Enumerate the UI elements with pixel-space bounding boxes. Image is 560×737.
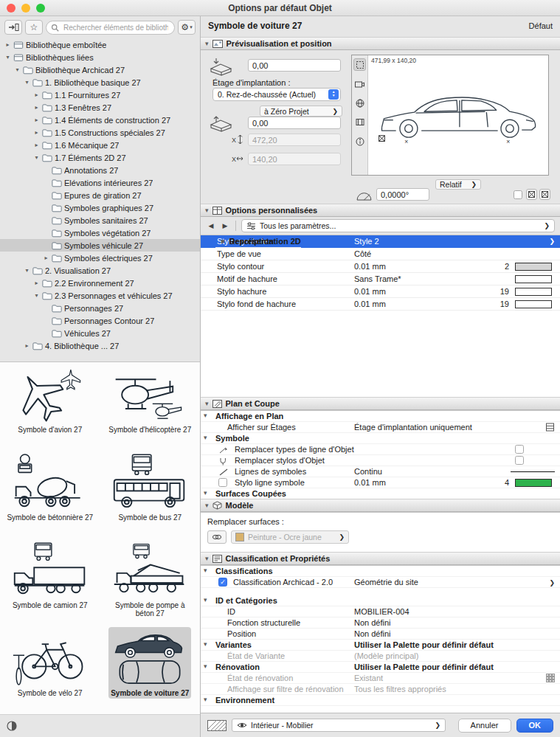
parameter-row[interactable]: Motif de hachureSans Trame* — [201, 273, 560, 286]
tree-item[interactable]: ▸4. Bibliothèque ... 27 — [0, 339, 200, 352]
preview-film-button[interactable] — [353, 116, 366, 128]
next-parameter-button[interactable]: ▶ — [220, 222, 230, 229]
disclosure-closed-icon[interactable]: ▸ — [33, 142, 40, 148]
property-row[interactable]: ▾Classifications — [201, 566, 560, 577]
disclosure-triangle-icon[interactable]: ▾ — [204, 490, 207, 496]
link-surfaces-button[interactable] — [207, 530, 227, 544]
tree-item[interactable]: ▸1.1 Fournitures 27 — [0, 89, 200, 101]
parameter-group-row[interactable]: ▸Description — [215, 235, 274, 248]
tree-item[interactable]: ▾Bibliothèques liées — [0, 51, 200, 63]
disclosure-closed-icon[interactable]: ▸ — [4, 41, 11, 48]
library-info-icon[interactable] — [7, 721, 17, 731]
tree-item[interactable]: Symboles graphiques 27 — [0, 201, 200, 214]
section-model-header[interactable]: ▾ Modèle — [201, 499, 560, 512]
cancel-button[interactable]: Annuler — [458, 719, 511, 733]
library-item[interactable]: Symbole de bus 27 — [100, 450, 201, 538]
property-row[interactable]: ▾Environnement — [201, 695, 560, 706]
library-item[interactable]: Symbole d'avion 27 — [0, 362, 100, 450]
library-item[interactable]: Symbole de bétonnière 27 — [0, 450, 100, 538]
override-checkbox[interactable] — [515, 445, 524, 454]
library-view-button[interactable] — [4, 20, 22, 35]
plan-row[interactable]: Remplacer stylos d'Objet — [201, 455, 560, 466]
tree-item[interactable]: ▾1. Bibliothèque basique 27 — [0, 76, 200, 89]
relative-button[interactable]: Relatif❯ — [435, 179, 481, 190]
tree-item[interactable]: ▸2.2 Environnement 27 — [0, 277, 200, 289]
parameter-row[interactable]: Stylo fond de hachure0.01 mm19 — [201, 298, 560, 311]
property-row[interactable]: ✓Classification Archicad - 2.0Géométrie … — [201, 577, 560, 588]
property-row[interactable]: IDMOBILIER-004 — [201, 606, 560, 617]
disclosure-closed-icon[interactable]: ▸ — [33, 91, 40, 98]
disclosure-triangle-icon[interactable]: ▾ — [204, 696, 207, 703]
disclosure-open-icon[interactable]: ▾ — [14, 66, 21, 73]
search-field[interactable] — [46, 21, 175, 35]
disclosure-open-icon[interactable]: ▾ — [33, 154, 40, 161]
library-item[interactable]: Symbole d'hélicoptère 27 — [100, 362, 201, 450]
tree-item[interactable]: ▸1.3 Fenêtres 27 — [0, 101, 200, 114]
elevation-input[interactable]: 0,00 — [248, 59, 341, 72]
disclosure-closed-icon[interactable]: ▸ — [33, 129, 40, 136]
offset-input[interactable]: 0,00 — [248, 117, 341, 129]
disclosure-triangle-icon[interactable]: ▾ — [204, 412, 207, 419]
disclosure-closed-icon[interactable]: ▸ — [33, 280, 40, 286]
plan-row[interactable]: Stylo ligne symbole0.01 mm4 — [201, 477, 560, 488]
favorites-button[interactable]: ☆ — [25, 20, 43, 35]
library-item[interactable]: Symbole de pompe à béton 27 — [100, 538, 201, 626]
disclosure-open-icon[interactable]: ▾ — [24, 79, 30, 86]
surface-select[interactable]: Peinture - Ocre jaune ❯ — [231, 530, 349, 544]
plan-row[interactable]: Remplacer types de ligne d'Objet — [201, 444, 560, 455]
pen-color-swatch[interactable] — [515, 263, 552, 271]
pen-color-swatch[interactable] — [515, 288, 552, 296]
plan-row[interactable]: ▾Affichage en Plan — [201, 411, 560, 422]
storey-select[interactable]: 0. Rez-de-chaussée (Actuel) ▲▼ — [212, 88, 341, 101]
pen-color-swatch[interactable] — [515, 300, 552, 308]
storey-icon[interactable] — [545, 423, 555, 432]
plan-row[interactable]: ▾Symbole — [201, 433, 560, 444]
parameter-filter-select[interactable]: Tous les paramètres... ❯ — [241, 219, 555, 232]
tree-item[interactable]: ▾2.3 Personnages et véhicules 27 — [0, 289, 200, 302]
library-item[interactable]: Symbole de voiture 27 — [100, 626, 201, 713]
mirror-y-button[interactable] — [539, 189, 550, 200]
library-item[interactable]: Symbole de camion 27 — [0, 538, 100, 626]
parameter-row[interactable]: Stylo contour0.01 mm2 — [201, 260, 560, 273]
pen-color-swatch[interactable] — [515, 275, 552, 283]
tree-item[interactable]: Personnages 27 — [0, 302, 200, 314]
tree-item[interactable]: ▾1.7 Éléments 2D 27 — [0, 151, 200, 164]
chevron-right-icon[interactable]: ❯ — [549, 578, 555, 588]
section-plan-header[interactable]: ▾ Plan et Coupe — [201, 397, 560, 410]
tree-item[interactable]: ▸1.5 Constructions spéciales 27 — [0, 126, 200, 139]
settings-menu-button[interactable]: ⚙▾ — [178, 20, 196, 35]
plan-row[interactable]: Lignes de symbolesContinu — [201, 466, 560, 477]
preview-3d-button[interactable] — [353, 97, 366, 109]
tree-item[interactable]: Personnages Contour 27 — [0, 314, 200, 327]
section-classification-header[interactable]: ▾ Classification et Propriétés — [201, 552, 560, 565]
tree-item[interactable]: ▸Bibliothèque emboîtée — [0, 38, 200, 51]
mirror-x-button[interactable] — [526, 189, 537, 200]
line-type-sample[interactable] — [511, 471, 555, 472]
library-item[interactable]: Symbole de vélo 27 — [0, 626, 100, 713]
disclosure-open-icon[interactable]: ▾ — [4, 54, 11, 60]
tree-item[interactable]: ▸Symboles électriques 27 — [0, 252, 200, 264]
tree-item[interactable]: Véhicules 27 — [0, 327, 200, 339]
plan-row[interactable]: Afficher sur ÉtagesÉtage d'implantation … — [201, 422, 560, 433]
to-project-zero-button[interactable]: à Zéro Projet❯ — [260, 105, 342, 117]
close-button[interactable] — [7, 4, 15, 13]
preview-camera-button[interactable] — [353, 77, 366, 90]
mirrored-checkbox[interactable] — [514, 190, 522, 199]
disclosure-open-icon[interactable]: ▾ — [24, 267, 30, 274]
pen-color-swatch[interactable] — [515, 479, 552, 487]
property-row[interactable]: ▾RénovationUtiliser la Palette pour défi… — [201, 662, 560, 673]
ok-button[interactable]: OK — [516, 719, 554, 733]
tree-item[interactable]: Symboles végétation 27 — [0, 226, 200, 239]
property-row[interactable]: ▾VariantesUtiliser la Palette pour défin… — [201, 640, 560, 651]
property-row[interactable]: État de rénovationExistant — [201, 673, 560, 684]
override-checkbox[interactable] — [515, 456, 524, 465]
tree-item[interactable]: ▾2. Visualisation 27 — [0, 264, 200, 277]
disclosure-triangle-icon[interactable]: ▾ — [204, 567, 207, 574]
section-custom-options-header[interactable]: ▾ Options personnalisées — [201, 204, 560, 217]
disclosure-triangle-icon[interactable]: ▾ — [204, 663, 207, 670]
tree-item[interactable]: ▸1.6 Mécanique 27 — [0, 139, 200, 151]
property-row[interactable]: ▾ID et Catégories — [201, 595, 560, 606]
property-row[interactable]: Affichage sur filtre de rénovationTous l… — [201, 684, 560, 695]
classification-checkbox[interactable]: ✓ — [218, 578, 227, 587]
plan-row[interactable]: ▾Surfaces Coupées — [201, 488, 560, 499]
